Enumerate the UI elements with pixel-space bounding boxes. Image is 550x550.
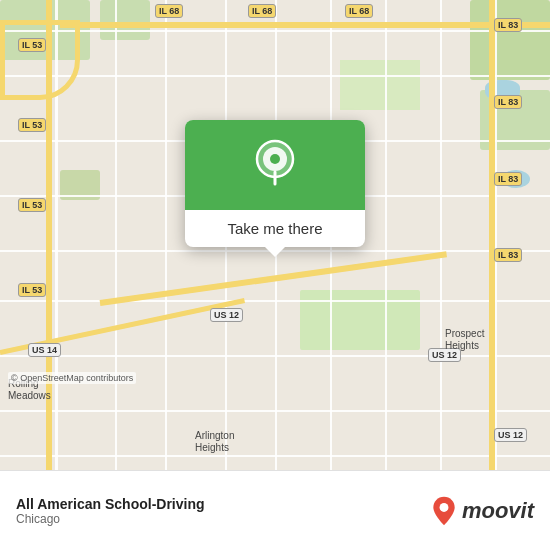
- highway-badge-il68-1: IL 68: [155, 4, 183, 18]
- map-label-arlington-heights: Arlington Heights: [195, 430, 234, 454]
- svg-point-2: [270, 154, 280, 164]
- moovit-pin-icon: [430, 495, 458, 527]
- highway-badge-us12-3: US 12: [494, 428, 527, 442]
- place-info: All American School-Driving Chicago: [16, 496, 430, 526]
- moovit-logo: moovit: [430, 495, 534, 527]
- map-label-prospect-heights: Prospect Heights: [445, 328, 484, 352]
- highway-badge-il53-4: IL 53: [18, 283, 46, 297]
- highway-badge-il83-4: IL 83: [494, 248, 522, 262]
- location-pin-icon: [253, 139, 297, 191]
- highway-badge-us14: US 14: [28, 343, 61, 357]
- popup-card: Take me there: [185, 120, 365, 247]
- highway-badge-il83-3: IL 83: [494, 172, 522, 186]
- highway-badge-il53-2: IL 53: [18, 118, 46, 132]
- highway-badge-il68-3: IL 68: [345, 4, 373, 18]
- highway-badge-il68-2: IL 68: [248, 4, 276, 18]
- highway-badge-us12-1: US 12: [210, 308, 243, 322]
- place-name: All American School-Driving: [16, 496, 430, 512]
- popup-header: [185, 120, 365, 210]
- highway-badge-il53-3: IL 53: [18, 198, 46, 212]
- moovit-brand-name: moovit: [462, 498, 534, 524]
- svg-point-4: [439, 503, 448, 512]
- map-view: IL 53 IL 53 IL 53 IL 53 IL 68 IL 68 IL 6…: [0, 0, 550, 470]
- take-me-there-button[interactable]: Take me there: [185, 210, 365, 247]
- bottom-bar: All American School-Driving Chicago moov…: [0, 470, 550, 550]
- copyright-text: © OpenStreetMap contributors: [8, 372, 136, 384]
- highway-badge-il83-2: IL 83: [494, 95, 522, 109]
- highway-badge-il53-1: IL 53: [18, 38, 46, 52]
- place-location: Chicago: [16, 512, 430, 526]
- highway-badge-il83-1: IL 83: [494, 18, 522, 32]
